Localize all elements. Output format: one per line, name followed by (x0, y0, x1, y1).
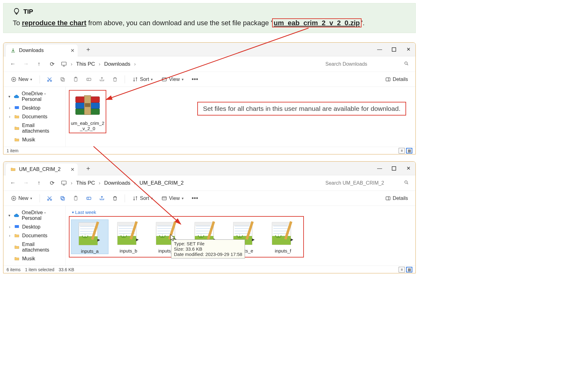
copy-button[interactable] (57, 75, 68, 83)
notepad-file-icon (113, 220, 144, 248)
sidebar-item-email[interactable]: ›Email attachments (3, 240, 65, 254)
details-pane-button[interactable]: Details (382, 75, 411, 83)
up-button[interactable]: ↑ (33, 59, 45, 69)
cut-button[interactable] (44, 194, 55, 202)
minimize-button[interactable]: — (372, 162, 387, 175)
delete-button[interactable] (110, 194, 120, 202)
share-button[interactable] (97, 194, 107, 202)
tip-zip-link[interactable]: um_eab_crim_2_v_2_0.zip (272, 18, 361, 27)
copy-button[interactable] (57, 194, 68, 202)
new-button[interactable]: New▾ (8, 194, 35, 202)
more-button[interactable]: ••• (189, 193, 201, 203)
up-button[interactable]: ↑ (33, 178, 45, 188)
svg-point-85 (199, 234, 201, 236)
close-button[interactable]: ✕ (401, 162, 415, 175)
view-button[interactable]: View▾ (158, 75, 186, 83)
folder-icon (14, 233, 20, 239)
file-item[interactable]: inputs_b (110, 220, 147, 254)
details-pane-button[interactable]: Details (382, 194, 411, 202)
sidebar: ▾OneDrive - Personal ›Desktop ›Documents… (3, 87, 66, 147)
cut-button[interactable] (44, 75, 55, 83)
folder-icon (14, 125, 20, 131)
refresh-button[interactable]: ⟳ (46, 178, 58, 188)
svg-rect-6 (62, 78, 65, 81)
rename-button[interactable] (84, 75, 94, 83)
desktop-icon (14, 224, 20, 230)
sidebar-item-documents[interactable]: ›Documents (3, 112, 65, 121)
svg-rect-31 (386, 196, 390, 200)
new-tab-button[interactable]: ＋ (83, 163, 93, 173)
crumb-this-pc[interactable]: This PC (76, 180, 95, 186)
view-list-button[interactable]: ≡ (399, 148, 405, 153)
forward-button[interactable]: → (20, 59, 32, 69)
more-button[interactable]: ••• (189, 74, 201, 84)
svg-rect-29 (87, 197, 91, 200)
svg-rect-19 (392, 167, 396, 170)
sidebar-item-onedrive[interactable]: ▾OneDrive - Personal (3, 89, 65, 104)
sidebar-item-desktop[interactable]: ›Desktop (3, 223, 65, 231)
view-list-button[interactable]: ≡ (399, 267, 405, 272)
status-bar: 6 items 1 item selected 33.6 KB ≡ ▦ (3, 266, 415, 273)
maximize-button[interactable] (387, 43, 401, 56)
minimize-button[interactable]: — (372, 43, 387, 56)
svg-point-71 (160, 234, 162, 236)
tab-folder[interactable]: UM_EAB_CRIM_2 ✕ (6, 163, 78, 175)
tab-close-icon[interactable]: ✕ (70, 48, 74, 54)
forward-button[interactable]: → (20, 178, 32, 188)
search-placeholder: Search Downloads (325, 61, 367, 67)
svg-rect-0 (392, 48, 396, 51)
svg-rect-11 (162, 78, 167, 81)
sort-button[interactable]: Sort▾ (129, 75, 156, 83)
crumb-downloads[interactable]: Downloads (104, 180, 130, 186)
back-button[interactable]: ← (7, 178, 19, 188)
paste-button[interactable] (70, 75, 81, 83)
rename-button[interactable] (84, 194, 94, 202)
breadcrumb[interactable]: › This PC › Downloads › UM_EAB_CRIM_2 (59, 180, 318, 186)
annotation-note: Set files for all charts in this user ma… (197, 102, 406, 116)
file-item[interactable]: inputs_a (71, 220, 108, 254)
download-icon (10, 48, 16, 53)
search-placeholder: Search UM_EAB_CRIM_2 (325, 180, 384, 186)
file-pane[interactable]: ▾Last week inputs_a inputs_b (66, 206, 415, 266)
file-item[interactable]: inputs_f (264, 220, 302, 254)
file-pane[interactable]: um_eab_crim_2_v_2_0 Set files for all ch… (66, 87, 415, 147)
sidebar-item-musik[interactable]: ›Musik (3, 254, 65, 263)
file-name-label: inputs_b (110, 248, 147, 253)
sort-button[interactable]: Sort▾ (129, 194, 156, 202)
share-button[interactable] (97, 75, 107, 83)
search-input[interactable]: Search Downloads (322, 59, 412, 69)
new-button[interactable]: New▾ (8, 75, 35, 83)
svg-point-72 (162, 234, 165, 236)
maximize-button[interactable] (387, 162, 401, 175)
tab-close-icon[interactable]: ✕ (70, 167, 74, 172)
crumb-this-pc[interactable]: This PC (76, 61, 95, 67)
view-icons-button[interactable]: ▦ (406, 148, 412, 153)
tab-downloads[interactable]: Downloads ✕ (6, 45, 78, 56)
chevron-right-icon: › (134, 61, 136, 67)
monitor-icon (61, 180, 67, 186)
back-button[interactable]: ← (7, 59, 19, 69)
view-button[interactable]: View▾ (158, 194, 186, 202)
crumb-downloads[interactable]: Downloads (104, 61, 130, 67)
sidebar-item-desktop[interactable]: ›Desktop (3, 104, 65, 112)
cursor-icon (170, 234, 176, 242)
delete-button[interactable] (110, 75, 120, 83)
group-header-last-week[interactable]: ▾Last week (72, 210, 409, 215)
search-icon (404, 180, 409, 186)
close-button[interactable]: ✕ (401, 43, 415, 56)
sidebar-item-documents[interactable]: ›Documents (3, 231, 65, 240)
paste-button[interactable] (70, 194, 81, 202)
svg-rect-30 (162, 196, 167, 200)
breadcrumb[interactable]: › This PC › Downloads › (59, 61, 318, 67)
new-tab-button[interactable]: ＋ (83, 45, 93, 54)
file-item-zip[interactable]: um_eab_crim_2_v_2_0 (69, 90, 106, 133)
sidebar-item-onedrive[interactable]: ▾OneDrive - Personal (3, 208, 65, 223)
monitor-icon (61, 61, 67, 67)
window-controls: — ✕ (372, 162, 415, 175)
sidebar-item-musik[interactable]: ›Musik (3, 135, 65, 144)
refresh-button[interactable]: ⟳ (46, 59, 58, 69)
sidebar-item-email[interactable]: ›Email attachments (3, 121, 65, 135)
view-icons-button[interactable]: ▦ (406, 267, 412, 272)
search-input[interactable]: Search UM_EAB_CRIM_2 (322, 178, 412, 188)
crumb-folder[interactable]: UM_EAB_CRIM_2 (140, 180, 184, 186)
